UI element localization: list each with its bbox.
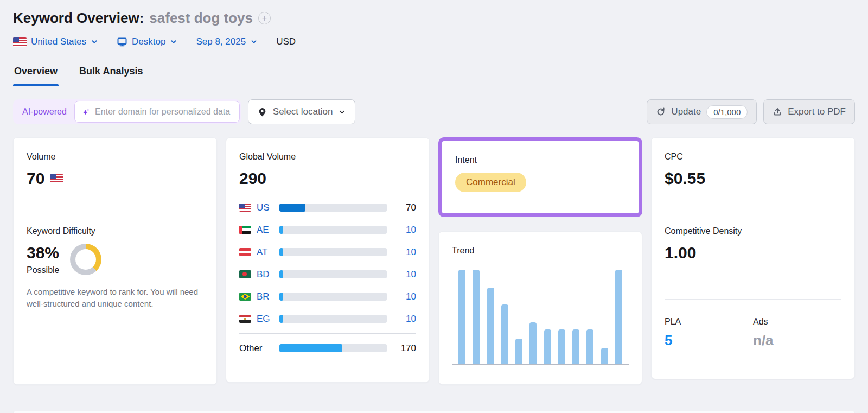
country-flag-icon: [239, 204, 251, 212]
other-label: Other: [239, 343, 274, 354]
trend-bar: [572, 329, 579, 364]
country-volume-value[interactable]: 10: [392, 291, 416, 302]
country-volume-row: AE 10: [239, 219, 416, 241]
country-code-link[interactable]: AT: [257, 247, 274, 258]
global-volume-value: 290: [239, 168, 266, 189]
tab-overview[interactable]: Overview: [13, 62, 59, 86]
intent-badge: Commercial: [455, 173, 526, 192]
ads-label: Ads: [753, 316, 841, 328]
country-code-link[interactable]: BD: [257, 269, 274, 280]
intent-label: Intent: [455, 154, 626, 166]
trend-bar: [473, 270, 480, 364]
country-volume-value[interactable]: 10: [392, 314, 416, 325]
other-volume-row: Other 170: [239, 337, 416, 359]
country-volume-bar: [279, 315, 387, 323]
country-flag-icon: [239, 226, 251, 234]
country-code-link[interactable]: EG: [257, 314, 274, 325]
country-selector[interactable]: United States: [13, 36, 98, 47]
update-label: Update: [671, 106, 701, 117]
trend-bar-chart: [452, 270, 629, 365]
trend-bar: [586, 329, 593, 364]
location-pin-icon: [257, 107, 267, 117]
cpc-label: CPC: [665, 151, 841, 163]
country-volume-bar: [279, 226, 387, 234]
update-button[interactable]: Update 0/1,000: [647, 99, 757, 124]
us-flag-icon: [50, 174, 63, 183]
country-volume-value[interactable]: 70: [392, 202, 416, 213]
trend-bar: [558, 329, 565, 364]
divider: [27, 213, 203, 213]
cpc-value: $0.55: [665, 168, 705, 189]
date-selector[interactable]: Sep 8, 2025: [196, 36, 258, 47]
intent-trend-column: Intent Commercial Trend: [438, 137, 642, 385]
country-volume-bar: [279, 293, 387, 301]
trend-bar: [544, 329, 551, 364]
country-code-link[interactable]: US: [257, 202, 274, 213]
country-volume-value[interactable]: 10: [392, 269, 416, 280]
keyword-difficulty-description: A competitive keyword to rank for. You w…: [27, 286, 203, 310]
divider: [665, 299, 841, 300]
global-volume-label: Global Volume: [239, 151, 416, 163]
pla-value[interactable]: 5: [665, 332, 753, 349]
intent-card-highlighted: Intent Commercial: [438, 137, 642, 217]
tab-bulk-analysis[interactable]: Bulk Analysis: [78, 62, 144, 86]
chevron-down-icon: [250, 38, 258, 46]
monitor-icon: [117, 36, 127, 47]
domain-input[interactable]: [95, 107, 233, 117]
country-code-link[interactable]: BR: [257, 291, 274, 302]
country-volume-row: US 70: [239, 196, 416, 219]
country-flag-icon: [239, 293, 251, 301]
country-rows: US 70 AE 10 AT 10 BD 10 BR 10 EG 10: [239, 196, 416, 330]
country-volume-row: EG 10: [239, 308, 416, 330]
trend-bar: [601, 348, 608, 364]
country-volume-row: BR 10: [239, 285, 416, 308]
page-title: Keyword Overview:: [13, 10, 144, 27]
page-header: Keyword Overview: safest dog toys +: [13, 10, 855, 27]
page-keyword: safest dog toys: [149, 10, 253, 27]
us-flag-icon: [13, 37, 27, 47]
tab-bar: Overview Bulk Analysis: [13, 62, 855, 86]
country-volume-value[interactable]: 10: [392, 247, 416, 258]
trend-bar: [501, 304, 508, 364]
ai-powered-badge: AI-powered: [15, 107, 74, 117]
chevron-down-icon: [170, 38, 177, 46]
update-quota-pill: 0/1,000: [706, 105, 748, 119]
date-selector-label: Sep 8, 2025: [196, 36, 246, 47]
chevron-down-icon: [91, 38, 98, 46]
device-selector[interactable]: Desktop: [117, 36, 177, 47]
export-pdf-button[interactable]: Export to PDF: [763, 99, 855, 124]
trend-bar: [458, 270, 465, 364]
sparkles-icon: [81, 107, 91, 117]
trend-card: Trend: [438, 231, 642, 385]
divider: [665, 213, 841, 213]
other-bar-fill: [279, 344, 342, 352]
country-flag-icon: [239, 315, 251, 323]
refresh-icon: [656, 107, 666, 117]
trend-bar: [515, 339, 522, 364]
keyword-overview-page: Keyword Overview: safest dog toys + Unit…: [0, 0, 868, 385]
add-keyword-button[interactable]: +: [258, 12, 271, 24]
keyword-difficulty-level: Possible: [27, 265, 59, 275]
currency-label: USD: [276, 36, 296, 47]
ai-powered-group: AI-powered: [13, 99, 241, 124]
country-volume-row: AT 10: [239, 241, 416, 263]
keyword-difficulty-label: Keyword Difficulty: [27, 225, 203, 237]
country-volume-bar: [279, 270, 387, 278]
country-code-link[interactable]: AE: [257, 225, 274, 236]
trend-bar: [487, 288, 494, 364]
export-icon: [773, 107, 782, 117]
trend-label: Trend: [452, 245, 629, 257]
chevron-down-icon: [338, 108, 346, 116]
device-selector-label: Desktop: [132, 36, 165, 47]
country-volume-bar: [279, 204, 387, 212]
country-volume-value[interactable]: 10: [392, 225, 416, 236]
cpc-card: CPC $0.55 Competitive Density 1.00 PLA 5…: [651, 137, 855, 379]
domain-input-box: [74, 101, 240, 123]
plus-icon: +: [262, 14, 267, 23]
trend-bar: [615, 270, 622, 364]
select-location-button[interactable]: Select location: [248, 99, 356, 124]
pla-label: PLA: [665, 316, 753, 328]
metrics-grid: Volume 70 Keyword Difficulty 38% Possibl…: [13, 137, 855, 385]
country-volume-bar: [279, 248, 387, 256]
other-volume-bar: [279, 344, 387, 352]
